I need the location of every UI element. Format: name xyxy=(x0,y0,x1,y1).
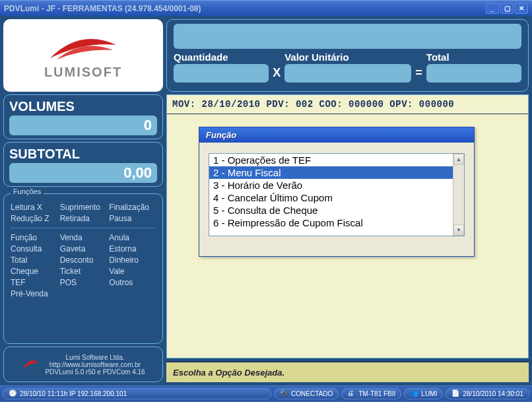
prompt-bar: Escolha a Opção Desejada. xyxy=(166,361,529,382)
funcao-list-item[interactable]: 3 - Horário de Verão xyxy=(209,179,453,191)
status-seg2-text: CONECTADO xyxy=(291,390,333,397)
func-item[interactable]: Pré-Venda xyxy=(11,289,57,298)
funcao-dialog-title: Função xyxy=(199,127,474,143)
app-body: LUMISOFT VOLUMES 0 SUBTOTAL 0,00 Funções… xyxy=(0,16,532,385)
software-panel: Lumi Software Ltda. http://www.lumisoftw… xyxy=(3,347,163,382)
func-item[interactable]: Desconto xyxy=(60,255,107,265)
funcao-list-item[interactable]: 5 - Consulta de Cheque xyxy=(209,204,453,217)
func-item[interactable]: Estorna xyxy=(109,244,156,253)
listbox-scrollbar[interactable]: ▲ ▼ xyxy=(453,154,464,236)
func-item[interactable]: Retirada xyxy=(60,214,107,223)
funcao-list-item[interactable]: 1 - Operações de TEF xyxy=(209,154,453,166)
left-column: LUMISOFT VOLUMES 0 SUBTOTAL 0,00 Funções… xyxy=(3,19,163,382)
func-item[interactable]: Outros xyxy=(109,278,156,287)
status-printer: 🖨 TM-T81 FBII xyxy=(341,388,401,399)
funcao-dialog: Função 1 - Operações de TEF2 - Menu Fisc… xyxy=(199,127,475,257)
qty-field[interactable] xyxy=(174,64,269,83)
status-seg1-text: 28/10/10 11:11h IP 192.168.200.101 xyxy=(20,390,127,397)
funcao-list-item[interactable]: 4 - Cancelar Último Cupom xyxy=(209,191,453,204)
page-icon: 📄 xyxy=(451,389,459,397)
top-display-panel: Quantidade X Valor Unitário = Total xyxy=(166,19,529,92)
equals-symbol: = xyxy=(415,66,422,83)
logo-box: LUMISOFT xyxy=(3,19,163,92)
printer-icon: 🖨 xyxy=(347,389,355,397)
status-user: 👥 LUMI xyxy=(404,388,443,399)
mov-line: MOV: 28/10/2010 PDV: 002 COO: 000000 OPV… xyxy=(167,95,528,114)
volumes-label: VOLUMES xyxy=(9,99,157,114)
func-item[interactable]: Ticket xyxy=(60,267,107,276)
funcoes-legend: Funções xyxy=(11,187,44,195)
func-item[interactable]: Função xyxy=(11,233,57,242)
func-item[interactable]: Redução Z xyxy=(11,214,57,223)
user-icon: 👥 xyxy=(410,389,418,397)
func-item[interactable]: Dinheiro xyxy=(109,255,156,265)
unit-label: Valor Unitário xyxy=(284,51,411,63)
func-item[interactable]: Vale xyxy=(109,267,156,276)
func-item[interactable]: Finalização xyxy=(109,203,156,212)
funcoes-panel: Funções Leitura X Suprimento Finalização… xyxy=(3,189,163,344)
minimize-button[interactable]: _ xyxy=(486,3,499,14)
funcao-list-item[interactable]: 2 - Menu Fiscal xyxy=(209,166,453,179)
logo-swoosh-icon xyxy=(44,32,123,65)
status-seg3-text: TM-T81 FBII xyxy=(358,390,395,397)
func-item[interactable]: Total xyxy=(11,255,57,265)
qty-label: Quantidade xyxy=(174,51,269,63)
window-title: PDVLumi - JF - FERRAMENTAS (24.978.454/0… xyxy=(4,4,201,13)
total-label: Total xyxy=(426,51,521,63)
plug-icon: 🔌 xyxy=(280,389,288,397)
multiply-symbol: X xyxy=(273,66,281,83)
titlebar: PDVLumi - JF - FERRAMENTAS (24.978.454/0… xyxy=(0,0,532,16)
unit-field[interactable] xyxy=(284,64,411,83)
funcao-listbox[interactable]: 1 - Operações de TEF2 - Menu Fiscal3 - H… xyxy=(209,153,465,236)
software-url[interactable]: http://www.lumisoftware.com.br xyxy=(45,361,145,368)
func-item[interactable]: Venda xyxy=(60,233,107,242)
scroll-up-button[interactable]: ▲ xyxy=(453,154,464,165)
status-connected: 🔌 CONECTADO xyxy=(274,388,339,399)
close-button[interactable]: ✕ xyxy=(515,3,528,14)
clock-icon: 🕘 xyxy=(9,389,17,397)
func-item[interactable]: TEF xyxy=(11,278,57,287)
logo-text: LUMISOFT xyxy=(44,65,122,80)
func-item[interactable]: Suprimento xyxy=(60,203,107,212)
subtotal-panel: SUBTOTAL 0,00 xyxy=(3,142,163,187)
right-column: Quantidade X Valor Unitário = Total MOV:… xyxy=(166,19,529,382)
main-area: MOV: 28/10/2010 PDV: 002 COO: 000000 OPV… xyxy=(166,94,529,358)
func-item xyxy=(109,289,156,298)
subtotal-label: SUBTOTAL xyxy=(9,147,157,162)
statusbar: 🕘 28/10/10 11:11h IP 192.168.200.101 🔌 C… xyxy=(0,385,532,401)
software-version: PDVLumi 5.0 r50 e PDVCom 4.16 xyxy=(45,368,145,376)
mini-logo-icon xyxy=(21,355,40,374)
subtotal-value: 0,00 xyxy=(9,163,157,183)
scroll-down-button[interactable]: ▼ xyxy=(453,224,464,236)
func-item[interactable]: Cheque xyxy=(11,267,57,276)
description-box xyxy=(174,24,521,49)
func-divider xyxy=(11,228,156,228)
maximize-button[interactable]: ▢ xyxy=(500,3,514,14)
func-item xyxy=(60,289,107,298)
volumes-value: 0 xyxy=(9,116,157,135)
status-seg5-text: 28/10/2010 14:30:01 xyxy=(463,390,523,397)
func-item[interactable]: Consulta xyxy=(11,244,57,253)
status-clock: 📄 28/10/2010 14:30:01 xyxy=(446,388,529,399)
total-field xyxy=(426,64,521,83)
status-seg4-text: LUMI xyxy=(421,390,437,397)
funcao-list-item[interactable]: 6 - Reimpressão de Cupom Fiscal xyxy=(209,217,453,229)
func-item[interactable]: Pausa xyxy=(109,214,156,223)
func-item[interactable]: Leitura X xyxy=(11,203,57,212)
func-item[interactable]: Gaveta xyxy=(60,244,107,253)
volumes-panel: VOLUMES 0 xyxy=(3,94,163,139)
func-item[interactable]: POS xyxy=(60,278,107,287)
func-item[interactable]: Anula xyxy=(109,233,156,242)
prompt-text: Escolha a Opção Desejada. xyxy=(173,368,284,378)
software-company: Lumi Software Ltda. xyxy=(45,354,145,361)
status-datetime-ip: 🕘 28/10/10 11:11h IP 192.168.200.101 xyxy=(3,388,271,399)
